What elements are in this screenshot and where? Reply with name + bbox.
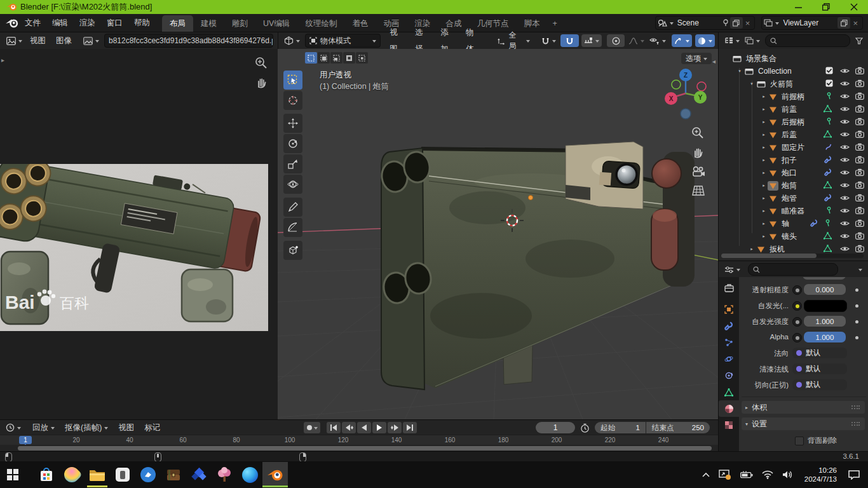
image-editor-menu-item[interactable]: 图像	[51, 32, 77, 49]
eye-icon[interactable]	[840, 93, 850, 100]
workspace-tab[interactable]: UV编辑	[255, 15, 297, 32]
eye-icon[interactable]	[840, 194, 850, 201]
collection-checkbox[interactable]	[825, 79, 833, 87]
collapsed-arrow-icon[interactable]: ▸	[760, 183, 768, 188]
viewport-region[interactable]: 选项 用户透视 (1) Collection | 炮筒	[278, 49, 718, 419]
drag-dots-icon[interactable]	[851, 421, 860, 426]
microsoft-store-icon[interactable]	[34, 462, 59, 487]
select-box-tool[interactable]	[283, 71, 302, 90]
outliner-row[interactable]: ▸轴	[719, 217, 868, 230]
blender-menu-icon[interactable]	[5, 17, 19, 29]
collapsed-arrow-icon[interactable]: ▸	[760, 132, 768, 137]
viewlayer-copy-button[interactable]	[837, 17, 850, 29]
snap-dropdown[interactable]	[539, 34, 559, 47]
zoom-in-icon[interactable]	[255, 57, 268, 69]
vector-default-field[interactable]: 默认	[792, 363, 847, 374]
camera-icon[interactable]	[855, 181, 864, 189]
viewport-camera-icon[interactable]	[691, 166, 705, 177]
outliner-row[interactable]: ▸固定片	[719, 141, 868, 154]
add-cube-tool[interactable]	[283, 241, 302, 260]
scene-unlink-button[interactable]: ×	[743, 18, 753, 28]
camera-icon[interactable]	[855, 207, 864, 214]
jump-to-start-button[interactable]	[327, 422, 341, 433]
camera-icon[interactable]	[855, 79, 864, 87]
viewport-options-dropdown[interactable]: 选项	[681, 53, 712, 64]
expanded-arrow-icon[interactable]: ▾	[736, 69, 743, 74]
add-workspace-button[interactable]: +	[547, 15, 562, 32]
annotate-tool[interactable]	[283, 198, 302, 217]
eye-icon[interactable]	[840, 156, 850, 163]
eye-icon[interactable]	[840, 67, 850, 74]
axis-neg-y[interactable]	[672, 80, 681, 89]
eye-icon[interactable]	[840, 169, 850, 176]
collapsed-arrow-icon[interactable]: ▸	[748, 247, 756, 252]
rotate-tool[interactable]	[283, 134, 302, 153]
prev-keyframe-button[interactable]	[342, 422, 356, 433]
next-keyframe-button[interactable]	[388, 422, 402, 433]
axis-neg-z[interactable]	[681, 109, 691, 119]
camera-icon[interactable]	[855, 67, 864, 74]
frame-end-field[interactable]: 结束点 250	[646, 422, 710, 433]
keyframe-dot[interactable]	[855, 336, 858, 339]
outliner-row[interactable]: ▸炮口	[719, 166, 868, 179]
outliner-row[interactable]: ▸扣子	[719, 154, 868, 166]
topbar-menu-item[interactable]: 帮助	[128, 14, 156, 32]
blue-circle-app-icon[interactable]	[135, 462, 161, 487]
pan-hand-icon[interactable]	[255, 76, 268, 88]
tab-material[interactable]	[719, 400, 739, 417]
collapsed-arrow-icon[interactable]: ▸	[760, 208, 768, 214]
eye-icon[interactable]	[840, 207, 850, 214]
outliner-filter-button[interactable]	[853, 34, 865, 47]
scale-tool[interactable]	[283, 154, 302, 173]
cast-screen-icon[interactable]	[719, 470, 731, 480]
tab-physics[interactable]	[719, 351, 739, 367]
use-preview-range-button[interactable]	[580, 423, 590, 433]
keyframe-dot[interactable]	[855, 320, 858, 323]
timeline-ruler[interactable]: 20406080100120140160180200220240 1	[0, 435, 718, 445]
value-socket-icon[interactable]	[792, 333, 802, 342]
collapsed-arrow-icon[interactable]: ▸	[760, 196, 768, 201]
tab-tool[interactable]	[719, 280, 739, 296]
transform-orientation-dropdown[interactable]: 全局	[495, 34, 532, 47]
file-explorer-icon[interactable]	[85, 462, 110, 487]
image-editor-menu-item[interactable]: 视图	[25, 32, 51, 49]
volume-icon[interactable]	[782, 470, 794, 479]
viewport-pan-icon[interactable]	[691, 146, 704, 158]
image-browse-button[interactable]	[81, 34, 102, 47]
tab-modifiers[interactable]	[719, 318, 739, 334]
camera-icon[interactable]	[855, 194, 864, 201]
snap-toggle[interactable]	[560, 34, 579, 47]
value-socket-icon[interactable]	[792, 317, 802, 327]
outliner-row[interactable]: ▸炮筒	[719, 179, 868, 192]
collapsed-arrow-icon[interactable]: ▸	[760, 170, 768, 175]
outliner-row[interactable]: ▸前盖	[719, 103, 868, 116]
close-button[interactable]	[840, 0, 868, 14]
camera-icon[interactable]	[855, 92, 864, 100]
eye-icon[interactable]	[840, 182, 850, 189]
eye-icon[interactable]	[840, 80, 850, 87]
camera-icon[interactable]	[855, 156, 864, 163]
transform-tool[interactable]	[283, 175, 302, 194]
outliner-hscrollbar[interactable]	[721, 254, 864, 258]
timeline-scrollbar[interactable]	[0, 445, 718, 451]
tray-expand-icon[interactable]	[702, 472, 710, 477]
paint-drop-app-icon[interactable]	[59, 462, 85, 487]
workspace-tab[interactable]: 着色	[344, 15, 376, 32]
collapsed-arrow-icon[interactable]: ▸	[760, 234, 768, 239]
white-box-app-icon[interactable]	[110, 462, 135, 487]
workspace-tab[interactable]: 建模	[193, 15, 224, 32]
camera-icon[interactable]	[855, 232, 864, 240]
viewport-editor-type-button[interactable]	[281, 34, 302, 47]
workspace-tab[interactable]: 雕刻	[224, 15, 255, 32]
maximize-button[interactable]	[812, 0, 840, 14]
collection-checkbox[interactable]	[825, 67, 833, 74]
tab-object-data[interactable]	[719, 384, 739, 400]
tab-constraints[interactable]	[719, 367, 739, 384]
jump-to-end-button[interactable]	[403, 422, 417, 433]
pin-icon[interactable]	[722, 19, 729, 27]
outliner-row[interactable]: ▸瞄准器	[719, 205, 868, 217]
snap-target-button[interactable]	[581, 34, 602, 47]
taskbar-clock[interactable]: 10:26 2024/7/13	[804, 466, 837, 484]
outliner-row[interactable]: ▾火箭筒	[719, 78, 868, 90]
battery-icon[interactable]	[740, 471, 753, 478]
